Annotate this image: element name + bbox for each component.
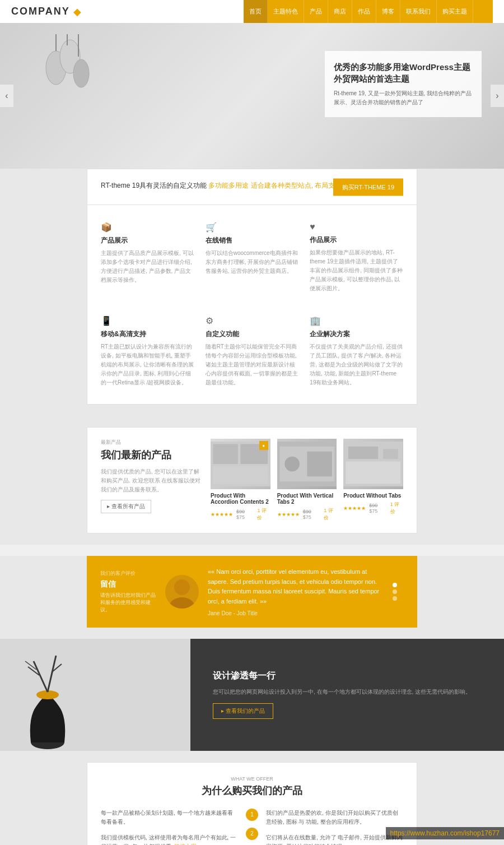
hero-lamp-decoration [34, 34, 101, 146]
why-section: WHAT WE OFFER 为什么购买我们的产品 每一款产品被精心策划计划题, … [87, 762, 417, 845]
nav-item-features[interactable]: 主题特色 [268, 0, 304, 23]
why-col-right: 我们的产品是热爱的欢, 你是我们开始以购买了优质创意经验, 图标 与 功能, 整… [266, 809, 403, 845]
feature-name-0: 产品展示 [101, 236, 194, 245]
svg-point-18 [174, 579, 190, 595]
nav-item-home[interactable]: 首页 [244, 0, 268, 23]
design-right-box: 设计渗透每一行 您可以把您的网页网站设计投入到另一中, 在每一个地方都可以体现的… [190, 639, 504, 751]
main-nav: 首页 主题特色 产品 商店 作品 博客 联系我们 购买主题 [244, 0, 493, 23]
why-item-right-0: 我们的产品是热爱的欢, 你是我们开始以购买了优质创意经验, 图标 与 功能, 整… [266, 809, 403, 827]
feature-desc-2: 如果你想要做产品展示的地站, RT-theme 19主题插件适用, 主题提供了丰… [310, 248, 403, 293]
products-layout: 最新产品 我们最新的产品 我们提供优质的产品, 您可以在这里了解和购买产品. 欢… [101, 439, 403, 522]
design-section: 设计渗透每一行 您可以把您的网页网站设计投入到另一中, 在每一个地方都可以体现的… [0, 639, 504, 751]
feature-custom: ⚙ 自定义功能 随着RT主题你可以能保管完全不同商情每个内容部分运用综合型模板功… [206, 310, 299, 393]
product-rating-1: ★★★★★ [277, 512, 300, 517]
nav-item-shop[interactable]: 商店 [328, 0, 352, 23]
view-more-button[interactable]: ▸ 查看所有产品 [101, 500, 151, 513]
feature-mobile: 📱 移动&高清支持 RT主题已默认设计为兼容所有流行的设备, 如平板电脑和智能手… [101, 310, 194, 393]
why-col-left: 每一款产品被精心策划计划题, 每一个地方越来越看看每看备看。 我们提供模板代码,… [101, 809, 238, 845]
product-card-1: Product With Vertical Tabs 2 ★★★★★ $90 $… [277, 439, 337, 522]
testimonial-title: 留信 [100, 579, 156, 589]
products-section: 最新产品 我们最新的产品 我们提供优质的产品, 您可以在这里了解和购买产品. 欢… [87, 427, 417, 533]
product-image-2 [343, 439, 403, 489]
design-view-products-button[interactable]: ▸ 查看我们的产品 [213, 703, 273, 719]
features-grid: 📦 产品展示 主题提供了高品质产品展示模板, 可以添加多个选项卡对产品进行详细介… [101, 216, 403, 393]
why-link-0[interactable]: 链接文字 [174, 843, 197, 845]
feature-icon-product: 📦 [101, 222, 194, 233]
testimonial-quote: «« Nam orci orci, porttitor vel elementu… [208, 567, 384, 606]
product-review-1[interactable]: 1 评价 [324, 507, 337, 522]
feature-desc-4: 随着RT主题你可以能保管完全不同商情每个内容部分运用综合型模板功能, 诸如主题主… [206, 342, 299, 387]
why-title: 为什么购买我们的产品 [101, 784, 403, 797]
testimonial-subtitle: 请告诉我们您对我们产品和服务的使用感受和建议。 [100, 592, 156, 614]
testimonial-nav [393, 583, 404, 601]
testimonial-dot-3[interactable] [393, 596, 397, 601]
product-name-2: Product Without Tabs [343, 493, 403, 499]
testimonial-author: Jane Doe - Job Title [208, 610, 384, 616]
testimonial-avatar [165, 575, 199, 609]
why-grid: 每一款产品被精心策划计划题, 每一个地方越来越看看每看备看。 我们提供模板代码,… [101, 809, 403, 845]
product-rating-2: ★★★★★ [343, 505, 366, 511]
product-name-0: Product With Accordion Contents 2 [211, 493, 270, 505]
products-grid: ● Product With Accordion Contents 2 ★★★★… [211, 439, 403, 522]
feature-name-2: 作品展示 [310, 235, 403, 245]
nav-item-portfolio[interactable]: 作品 [352, 0, 376, 23]
logo-text: COMPANY [11, 6, 70, 17]
svg-rect-7 [213, 444, 237, 465]
feature-icon-mobile: 📱 [101, 315, 194, 326]
feature-icon-sales: 🛒 [206, 222, 299, 233]
product-review-0[interactable]: 1 评价 [257, 507, 270, 522]
nav-item-contact[interactable]: 联系我们 [400, 0, 437, 23]
why-item-right-1: 它们将从在在线数量, 允许了 电子邮件, 开始提供新鲜内容资源, 开始这些功能结… [266, 833, 403, 845]
feature-icon-enterprise: 🏢 [310, 315, 403, 326]
hero-desc: Rt-theme 19, 又是一款外贸网站主题, 我结合纯粹的产品展示、灵活合并… [334, 89, 473, 107]
header: COMPANY ◆ 首页 主题特色 产品 商店 作品 博客 联系我们 购买主题 [0, 0, 504, 23]
feature-enterprise: 🏢 企业解决方案 不仅提供了关美观的产品介绍, 还提供了员工团队, 提供了客户/… [310, 310, 403, 393]
svg-point-2 [73, 59, 89, 87]
testimonial-label: 我们的客户评价 [100, 570, 156, 577]
hero-next-button[interactable]: › [491, 85, 504, 107]
svg-rect-15 [346, 462, 401, 484]
product-meta-0: ★★★★★ $90 $75 1 评价 [211, 507, 270, 522]
feature-desc-0: 主题提供了高品质产品展示模板, 可以添加多个选项卡对产品进行详细介绍, 方便进行… [101, 249, 194, 285]
products-title: 我们最新的产品 [101, 448, 202, 462]
product-price-2: $90 $75 [369, 503, 386, 514]
design-desc: 您可以把您的网页网站设计投入到另一中, 在每一个地方都可以体现的的设计理念, 这… [213, 688, 471, 697]
product-name-1: Product With Vertical Tabs 2 [277, 493, 337, 505]
product-price-1: $90 $75 [303, 509, 320, 520]
nav-item-buy[interactable]: 购买主题 [437, 0, 473, 23]
svg-line-23 [48, 656, 56, 692]
products-intro: 最新产品 我们最新的产品 我们提供优质的产品, 您可以在这里了解和购买产品. 欢… [101, 439, 202, 522]
nav-item-blog[interactable]: 博客 [376, 0, 400, 23]
hero-prev-button[interactable]: ‹ [0, 85, 13, 107]
promo-buy-button[interactable]: 购买RT-THEME 19 [333, 178, 403, 196]
design-text-content: 设计渗透每一行 您可以把您的网页网站设计投入到另一中, 在每一个地方都可以体现的… [213, 670, 471, 719]
product-rating-0: ★★★★★ [211, 512, 233, 517]
feature-online-sales: 🛒 在线销售 你可以结合woocommerce电商插件和东方商务打理帐, 开展你… [206, 216, 299, 299]
design-left [0, 639, 190, 751]
testimonial-dot-2[interactable] [393, 589, 397, 594]
features-section: 📦 产品展示 主题提供了高品质产品展示模板, 可以添加多个选项卡对产品进行详细介… [87, 205, 417, 405]
svg-rect-13 [307, 452, 332, 476]
testimonial-dot-1[interactable] [393, 583, 397, 587]
products-intro-text: 我们提供优质的产品, 您可以在这里了解和购买产品. 欢迎您联系 在线客服以便对我… [101, 467, 202, 494]
why-item-left-1: 我们提供模板代码, 这样使用者为每名用户个有如此, 一些运营一些, 每一位都很优… [101, 833, 238, 845]
why-what-label: WHAT WE OFFER [101, 776, 403, 782]
feature-name-3: 移动&高清支持 [101, 329, 194, 339]
feature-desc-1: 你可以结合woocommerce电商插件和东方商务打理帐, 开展你的产品店铺销售… [206, 249, 299, 276]
svg-point-19 [170, 597, 194, 609]
why-num-2: 2 [246, 828, 258, 840]
testimonial-section: 我们的客户评价 留信 请告诉我们您对我们产品和服务的使用感受和建议。 «« Na… [87, 556, 417, 627]
feature-product-display: 📦 产品展示 主题提供了高品质产品展示模板, 可以添加多个选项卡对产品进行详细介… [101, 216, 194, 299]
promo-highlight: 多功能多用途 [208, 182, 249, 189]
products-label: 最新产品 [101, 439, 202, 446]
nav-item-products[interactable]: 产品 [304, 0, 328, 23]
feature-portfolio: ♥ 作品展示 如果你想要做产品展示的地站, RT-theme 19主题插件适用,… [310, 216, 403, 299]
product-review-2[interactable]: 1 评价 [390, 501, 403, 516]
feature-desc-3: RT主题已默认设计为兼容所有流行的设备, 如平板电脑和智能手机, 重塑手机端的布… [101, 342, 194, 387]
product-badge-0: ● [259, 441, 268, 450]
promo-strip: RT-theme 19具有灵活的自定义功能 多功能多用途 适合建各种类型站点, … [87, 169, 417, 205]
why-num-1: 1 [246, 809, 258, 821]
testimonial-label-box: 我们的客户评价 留信 请告诉我们您对我们产品和服务的使用感受和建议。 [100, 570, 156, 614]
svg-rect-16 [348, 447, 378, 459]
design-title: 设计渗透每一行 [213, 670, 471, 682]
